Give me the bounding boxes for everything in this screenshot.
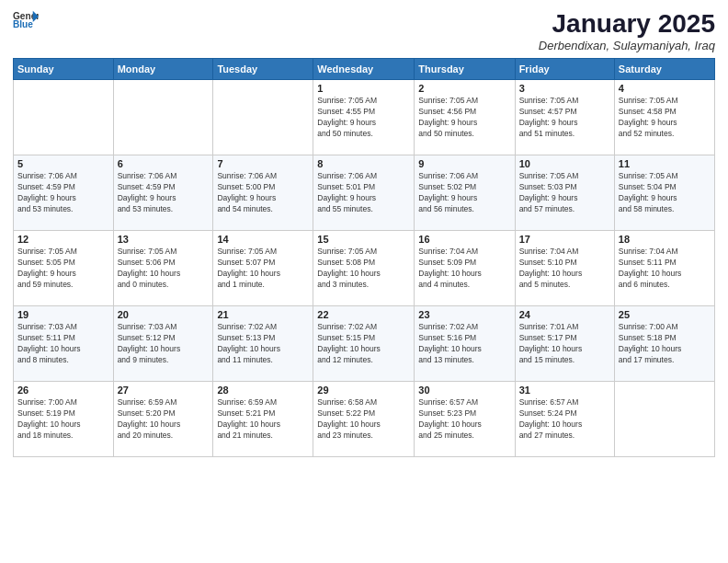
col-tuesday: Tuesday — [213, 59, 313, 80]
day-info: Sunrise: 7:05 AM Sunset: 5:06 PM Dayligh… — [118, 247, 210, 291]
page: General Blue January 2025 Derbendixan, S… — [0, 0, 728, 563]
day-number: 2 — [418, 83, 510, 94]
day-info: Sunrise: 7:02 AM Sunset: 5:16 PM Dayligh… — [418, 322, 510, 366]
table-row: 14Sunrise: 7:05 AM Sunset: 5:07 PM Dayli… — [213, 231, 313, 306]
table-row: 27Sunrise: 6:59 AM Sunset: 5:20 PM Dayli… — [113, 382, 213, 457]
table-row: 8Sunrise: 7:06 AM Sunset: 5:01 PM Daylig… — [313, 155, 415, 231]
table-row: 3Sunrise: 7:05 AM Sunset: 4:57 PM Daylig… — [515, 80, 614, 155]
table-row: 6Sunrise: 7:06 AM Sunset: 4:59 PM Daylig… — [113, 155, 213, 231]
table-row: 20Sunrise: 7:03 AM Sunset: 5:12 PM Dayli… — [113, 306, 213, 382]
calendar-week-row: 5Sunrise: 7:06 AM Sunset: 4:59 PM Daylig… — [14, 155, 715, 231]
day-number: 30 — [418, 385, 510, 396]
day-info: Sunrise: 7:05 AM Sunset: 5:08 PM Dayligh… — [317, 247, 410, 291]
day-info: Sunrise: 7:06 AM Sunset: 4:59 PM Dayligh… — [17, 171, 109, 215]
svg-text:Blue: Blue — [13, 19, 33, 29]
day-number: 14 — [217, 234, 309, 245]
col-monday: Monday — [113, 59, 213, 80]
day-info: Sunrise: 7:04 AM Sunset: 5:10 PM Dayligh… — [519, 247, 610, 291]
day-number: 20 — [118, 309, 210, 320]
table-row: 13Sunrise: 7:05 AM Sunset: 5:06 PM Dayli… — [113, 231, 213, 306]
table-row — [614, 382, 714, 457]
day-number: 7 — [217, 158, 309, 169]
day-number: 1 — [317, 83, 410, 94]
col-saturday: Saturday — [614, 59, 714, 80]
calendar-subtitle: Derbendixan, Sulaymaniyah, Iraq — [539, 39, 715, 52]
col-friday: Friday — [515, 59, 614, 80]
day-info: Sunrise: 6:59 AM Sunset: 5:21 PM Dayligh… — [217, 397, 309, 442]
table-row: 15Sunrise: 7:05 AM Sunset: 5:08 PM Dayli… — [313, 231, 415, 306]
table-row: 21Sunrise: 7:02 AM Sunset: 5:13 PM Dayli… — [213, 306, 313, 382]
table-row: 18Sunrise: 7:04 AM Sunset: 5:11 PM Dayli… — [614, 231, 714, 306]
header: General Blue January 2025 Derbendixan, S… — [13, 9, 715, 52]
calendar-week-row: 26Sunrise: 7:00 AM Sunset: 5:19 PM Dayli… — [14, 382, 715, 457]
day-number: 15 — [317, 234, 410, 245]
day-number: 29 — [317, 385, 410, 396]
calendar-title: January 2025 — [539, 9, 715, 39]
day-info: Sunrise: 7:05 AM Sunset: 5:03 PM Dayligh… — [519, 171, 610, 215]
table-row: 23Sunrise: 7:02 AM Sunset: 5:16 PM Dayli… — [415, 306, 515, 382]
day-number: 9 — [418, 158, 510, 169]
calendar-header-row: Sunday Monday Tuesday Wednesday Thursday… — [14, 59, 715, 80]
day-info: Sunrise: 7:06 AM Sunset: 5:02 PM Dayligh… — [418, 171, 510, 215]
day-info: Sunrise: 7:02 AM Sunset: 5:15 PM Dayligh… — [317, 322, 410, 366]
day-number: 3 — [519, 83, 610, 94]
day-number: 19 — [17, 309, 109, 320]
day-info: Sunrise: 7:05 AM Sunset: 5:07 PM Dayligh… — [217, 247, 309, 291]
day-number: 25 — [619, 309, 711, 320]
day-number: 16 — [418, 234, 510, 245]
day-info: Sunrise: 7:05 AM Sunset: 4:57 PM Dayligh… — [519, 96, 610, 140]
day-info: Sunrise: 7:05 AM Sunset: 5:05 PM Dayligh… — [17, 247, 109, 291]
day-info: Sunrise: 6:57 AM Sunset: 5:24 PM Dayligh… — [519, 397, 610, 442]
day-number: 12 — [17, 234, 109, 245]
day-info: Sunrise: 6:59 AM Sunset: 5:20 PM Dayligh… — [118, 397, 210, 442]
calendar-week-row: 1Sunrise: 7:05 AM Sunset: 4:55 PM Daylig… — [14, 80, 715, 155]
day-info: Sunrise: 7:03 AM Sunset: 5:11 PM Dayligh… — [17, 322, 109, 366]
day-number: 5 — [17, 158, 109, 169]
table-row — [213, 80, 313, 155]
day-number: 18 — [619, 234, 711, 245]
day-number: 27 — [118, 385, 210, 396]
table-row — [14, 80, 114, 155]
day-info: Sunrise: 6:58 AM Sunset: 5:22 PM Dayligh… — [317, 397, 410, 442]
day-info: Sunrise: 7:03 AM Sunset: 5:12 PM Dayligh… — [118, 322, 210, 366]
table-row: 31Sunrise: 6:57 AM Sunset: 5:24 PM Dayli… — [515, 382, 614, 457]
day-number: 6 — [118, 158, 210, 169]
day-info: Sunrise: 7:00 AM Sunset: 5:18 PM Dayligh… — [619, 322, 711, 366]
day-number: 10 — [519, 158, 610, 169]
table-row: 24Sunrise: 7:01 AM Sunset: 5:17 PM Dayli… — [515, 306, 614, 382]
table-row: 7Sunrise: 7:06 AM Sunset: 5:00 PM Daylig… — [213, 155, 313, 231]
table-row: 5Sunrise: 7:06 AM Sunset: 4:59 PM Daylig… — [14, 155, 114, 231]
day-info: Sunrise: 7:05 AM Sunset: 5:04 PM Dayligh… — [619, 171, 711, 215]
day-number: 4 — [619, 83, 711, 94]
day-number: 31 — [519, 385, 610, 396]
day-number: 21 — [217, 309, 309, 320]
title-block: January 2025 Derbendixan, Sulaymaniyah, … — [539, 9, 715, 52]
day-info: Sunrise: 7:01 AM Sunset: 5:17 PM Dayligh… — [519, 322, 610, 366]
table-row: 22Sunrise: 7:02 AM Sunset: 5:15 PM Dayli… — [313, 306, 415, 382]
calendar-table: Sunday Monday Tuesday Wednesday Thursday… — [13, 58, 715, 457]
day-info: Sunrise: 7:00 AM Sunset: 5:19 PM Dayligh… — [17, 397, 109, 442]
calendar-week-row: 19Sunrise: 7:03 AM Sunset: 5:11 PM Dayli… — [14, 306, 715, 382]
day-number: 23 — [418, 309, 510, 320]
table-row: 17Sunrise: 7:04 AM Sunset: 5:10 PM Dayli… — [515, 231, 614, 306]
day-info: Sunrise: 6:57 AM Sunset: 5:23 PM Dayligh… — [418, 397, 510, 442]
table-row: 11Sunrise: 7:05 AM Sunset: 5:04 PM Dayli… — [614, 155, 714, 231]
day-info: Sunrise: 7:04 AM Sunset: 5:09 PM Dayligh… — [418, 247, 510, 291]
logo: General Blue — [13, 9, 39, 29]
day-info: Sunrise: 7:05 AM Sunset: 4:58 PM Dayligh… — [619, 96, 711, 140]
day-info: Sunrise: 7:06 AM Sunset: 5:00 PM Dayligh… — [217, 171, 309, 215]
table-row: 29Sunrise: 6:58 AM Sunset: 5:22 PM Dayli… — [313, 382, 415, 457]
col-sunday: Sunday — [14, 59, 114, 80]
table-row: 1Sunrise: 7:05 AM Sunset: 4:55 PM Daylig… — [313, 80, 415, 155]
day-info: Sunrise: 7:02 AM Sunset: 5:13 PM Dayligh… — [217, 322, 309, 366]
day-number: 26 — [17, 385, 109, 396]
table-row: 9Sunrise: 7:06 AM Sunset: 5:02 PM Daylig… — [415, 155, 515, 231]
table-row: 26Sunrise: 7:00 AM Sunset: 5:19 PM Dayli… — [14, 382, 114, 457]
day-info: Sunrise: 7:04 AM Sunset: 5:11 PM Dayligh… — [619, 247, 711, 291]
day-number: 13 — [118, 234, 210, 245]
day-info: Sunrise: 7:05 AM Sunset: 4:55 PM Dayligh… — [317, 96, 410, 140]
day-number: 28 — [217, 385, 309, 396]
table-row: 12Sunrise: 7:05 AM Sunset: 5:05 PM Dayli… — [14, 231, 114, 306]
table-row: 30Sunrise: 6:57 AM Sunset: 5:23 PM Dayli… — [415, 382, 515, 457]
table-row: 16Sunrise: 7:04 AM Sunset: 5:09 PM Dayli… — [415, 231, 515, 306]
